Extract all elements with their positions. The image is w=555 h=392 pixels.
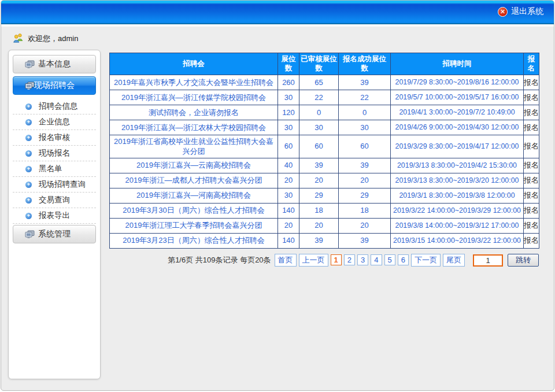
sidebar-subitem-label: 现场招聘查询	[39, 179, 86, 190]
booth-count-cell: 140	[278, 233, 299, 248]
plus-bullet-icon: +	[25, 135, 32, 141]
booth-count-cell: 120	[278, 105, 299, 120]
recruit-time-cell: 2019/5/7 10:00:00~2019/5/17 16:00:00	[391, 90, 524, 105]
col-header-time: 招聘时间	[391, 53, 524, 75]
sidebar-subitem[interactable]: +企业信息	[13, 114, 96, 130]
recruit-time-cell: 2019/3/13 8:30:00~2019/4/2 15:30:00	[391, 158, 524, 173]
booth-count-cell: 20	[278, 173, 299, 188]
sidebar-subitem[interactable]: +黑名单	[13, 161, 96, 177]
success-count-cell: 39	[339, 75, 391, 90]
plus-bullet-icon: +	[25, 119, 32, 125]
booth-count-cell: 140	[278, 203, 299, 218]
success-count-cell: 22	[339, 90, 391, 105]
table-row: 2019年浙江理工大学春季招聘会嘉兴分团2020202019/3/8 14:00…	[110, 218, 539, 233]
sidebar-subitem[interactable]: +现场招聘查询	[13, 177, 96, 193]
recruit-time-cell: 2019/4/26 9:00:00~2019/4/30 12:00:00	[391, 120, 524, 135]
sidebar-item-label: 现场招聘会	[34, 80, 75, 91]
pagination-page-1[interactable]: 1	[331, 254, 342, 265]
reviewed-count-cell: 18	[299, 203, 339, 218]
col-header-reviewed-count: 已审核展位数	[299, 53, 339, 75]
main-content: 招聘会 展位数 已审核展位数 报名成功展位数 招聘时间 报名 2019年嘉兴市秋…	[109, 53, 539, 267]
plus-bullet-icon: +	[25, 166, 32, 172]
sidebar-item-onsite-fair[interactable]: 现场招聘会	[13, 76, 96, 95]
success-count-cell: 39	[339, 158, 391, 173]
signup-link[interactable]: 报名	[524, 120, 539, 135]
page-jump-button[interactable]: 跳转	[508, 254, 539, 267]
signup-link[interactable]: 报名	[524, 203, 539, 218]
plus-bullet-icon: +	[25, 213, 32, 219]
pagination-page-6[interactable]: 6	[398, 254, 409, 265]
signup-link[interactable]: 报名	[524, 188, 539, 203]
booth-count-cell: 30	[278, 188, 299, 203]
pagination-first[interactable]: 首页	[275, 254, 297, 267]
table-row: 测试招聘会，企业请勿报名120002019/4/1 3:00:00~2019/7…	[110, 105, 539, 120]
signup-link[interactable]: 报名	[524, 90, 539, 105]
fair-name-cell: 2019年3月30日（周六）综合性人才招聘会	[110, 203, 278, 218]
booth-count-cell: 260	[278, 75, 299, 90]
pagination-last[interactable]: 尾页	[443, 254, 465, 267]
fair-name-cell: 2019年嘉兴市秋季人才交流大会暨毕业生招聘会	[110, 75, 278, 90]
sidebar-item-label: 系统管理	[38, 229, 71, 239]
reviewed-count-cell: 20	[299, 173, 339, 188]
fair-name-cell: 2019年浙江嘉兴—河南高校招聘会	[110, 188, 278, 203]
success-count-cell: 30	[339, 120, 391, 135]
signup-link[interactable]: 报名	[524, 218, 539, 233]
pagination: 第1/6页 共109条记录 每页20条首页上一页123456下一页尾页跳转	[109, 254, 539, 267]
plus-bullet-icon: +	[25, 197, 32, 204]
sidebar-subitem-label: 企业信息	[39, 117, 70, 127]
reviewed-count-cell: 30	[299, 120, 339, 135]
fair-name-cell: 2019年浙江嘉兴—浙江农林大学校园招聘会	[110, 120, 278, 135]
pagination-page-4[interactable]: 4	[371, 254, 382, 265]
sidebar-subitem-label: 现场报名	[39, 148, 70, 158]
reviewed-count-cell: 39	[299, 233, 339, 248]
success-count-cell: 60	[339, 135, 391, 158]
topbar: ✕ 退出系统	[1, 1, 554, 24]
reviewed-count-cell: 0	[299, 105, 339, 120]
sidebar-subitem-label: 交易查询	[39, 195, 70, 205]
sidebar-subitem[interactable]: +现场报名	[13, 146, 96, 161]
signup-link[interactable]: 报名	[524, 135, 539, 158]
col-header-action: 报名	[524, 53, 539, 75]
recruit-time-cell: 2019/3/22 14:00:00~2019/3/29 12:00:00	[391, 203, 524, 218]
fair-name-cell: 2019年浙江理工大学春季招聘会嘉兴分团	[110, 218, 278, 233]
success-count-cell: 39	[339, 233, 391, 248]
pagination-summary: 第1/6页 共109条记录 每页20条	[168, 256, 271, 264]
signup-link[interactable]: 报名	[524, 158, 539, 173]
pagination-next[interactable]: 下一页	[411, 254, 441, 267]
sidebar-item-basic-info[interactable]: 基本信息	[13, 55, 96, 73]
welcome-text: 欢迎您，admin	[28, 34, 78, 44]
pagination-page-2[interactable]: 2	[344, 254, 355, 265]
page-jump-input[interactable]	[473, 254, 503, 267]
fair-name-cell: 测试招聘会，企业请勿报名	[110, 105, 278, 120]
sidebar-item-system-mgmt[interactable]: 系统管理	[13, 225, 96, 243]
signup-link[interactable]: 报名	[524, 233, 539, 248]
sidebar-subitem-label: 黑名单	[39, 164, 62, 174]
signup-link[interactable]: 报名	[524, 105, 539, 120]
signup-link[interactable]: 报名	[524, 75, 539, 90]
reviewed-count-cell: 39	[299, 158, 339, 173]
pagination-page-5[interactable]: 5	[384, 254, 395, 265]
sidebar-subitem[interactable]: +报表导出	[13, 208, 96, 224]
sidebar-subitem[interactable]: +招聘会信息	[13, 99, 96, 114]
table-row: 2019年浙江—成都人才招聘大会嘉兴分团2020202019/3/13 8:30…	[110, 173, 539, 188]
table-row: 2019年3月30日（周六）综合性人才招聘会14018182019/3/22 1…	[110, 203, 539, 218]
booth-count-cell: 20	[278, 218, 299, 233]
pagination-page-3[interactable]: 3	[357, 254, 368, 265]
logout-button[interactable]: ✕ 退出系统	[498, 6, 543, 17]
success-count-cell: 20	[339, 218, 391, 233]
reviewed-count-cell: 60	[299, 135, 339, 158]
pagination-prev[interactable]: 上一页	[299, 254, 328, 267]
table-header-row: 招聘会 展位数 已审核展位数 报名成功展位数 招聘时间 报名	[110, 53, 539, 75]
sidebar-subitem[interactable]: +交易查询	[13, 193, 96, 208]
sidebar-subitem[interactable]: +报名审核	[13, 130, 96, 146]
fair-name-cell: 2019年浙江省高校毕业生就业公益性招聘大会嘉兴分团	[110, 135, 278, 158]
signup-link[interactable]: 报名	[524, 173, 539, 188]
recruit-time-cell: 2019/3/1 8:30:00~2019/3/8 12:00:00	[391, 188, 524, 203]
sidebar: 基本信息 现场招聘会 +招聘会信息+企业信息+报名审核+现场报名+黑名单+现场招…	[8, 50, 101, 379]
recruit-time-cell: 2019/7/29 8:30:00~2019/8/16 12:00:00	[391, 75, 524, 90]
booth-count-cell: 30	[278, 120, 299, 135]
recruit-time-cell: 2019/3/13 8:30:00~2019/3/20 12:00:00	[391, 173, 524, 188]
recruit-time-cell: 2019/3/29 8:30:00~2019/4/17 12:00:00	[391, 135, 524, 158]
monitor-icon	[25, 230, 35, 241]
reviewed-count-cell: 29	[299, 188, 339, 203]
